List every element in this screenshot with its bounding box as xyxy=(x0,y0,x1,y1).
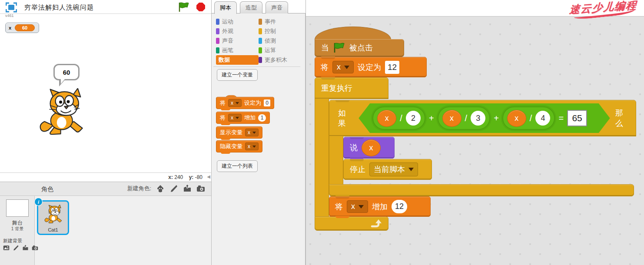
division-block-1[interactable]: x / 2 xyxy=(372,106,425,130)
sprite-tile-cat1[interactable]: i Cat1 xyxy=(37,200,69,235)
stage-resize-handle[interactable]: ◀ xyxy=(207,174,210,179)
when-flag-clicked-block[interactable]: 当 被点击 xyxy=(315,39,404,57)
upload-backdrop-icon[interactable] xyxy=(22,245,29,251)
tab-costumes[interactable]: 造型 xyxy=(240,1,262,13)
palette-set-variable-block[interactable]: 将 x 设定为 0 xyxy=(216,97,274,109)
variable-reporter-x[interactable]: x xyxy=(377,110,396,127)
stage-thumbnail[interactable] xyxy=(6,199,29,217)
dropdown-value: x xyxy=(231,100,233,106)
variable-reporter-x[interactable]: x xyxy=(507,110,526,127)
make-variable-button[interactable]: 建立一个变量 xyxy=(217,69,258,81)
mouse-coords-bar: x: 240 y: -80 ◀ xyxy=(0,173,212,182)
operators-swatch xyxy=(259,47,262,53)
sprite-library-icon[interactable] xyxy=(156,184,165,193)
new-sprite-label: 新建角色: xyxy=(127,185,151,192)
variable-dropdown[interactable]: x xyxy=(228,99,242,107)
category-events[interactable]: 事件 xyxy=(259,17,301,26)
division-block-2[interactable]: x / 3 xyxy=(438,106,491,130)
variable-dropdown[interactable]: x xyxy=(245,129,259,136)
chevron-down-icon xyxy=(359,205,364,209)
new-sprite-toolbar: 新建角色: xyxy=(127,184,205,193)
dropdown-value: x xyxy=(231,115,233,121)
block-text: 那么 xyxy=(615,108,631,129)
tab-scripts[interactable]: 脚本 xyxy=(214,1,237,14)
say-block[interactable]: 说 x xyxy=(343,137,395,159)
presentation-mode-icon[interactable] xyxy=(6,2,17,13)
divisor-input[interactable]: 4 xyxy=(535,111,550,126)
green-flag-icon xyxy=(333,43,345,53)
category-sound[interactable]: 声音 xyxy=(216,36,259,46)
variable-reporter-x[interactable]: x xyxy=(362,139,381,156)
category-looks[interactable]: 外观 xyxy=(216,26,259,36)
category-label: 运动 xyxy=(222,18,233,26)
variable-dropdown[interactable]: x xyxy=(347,200,368,213)
mouse-x-label: x: xyxy=(168,174,173,180)
divide-operator: / xyxy=(530,113,532,123)
if-block-arm[interactable] xyxy=(329,136,343,184)
paint-new-sprite-icon[interactable] xyxy=(169,184,178,193)
block-text: 隐藏变量 xyxy=(220,142,242,150)
upload-sprite-icon[interactable] xyxy=(183,184,192,193)
forever-loop-arm[interactable] xyxy=(315,99,329,216)
category-label: 画笔 xyxy=(222,46,233,54)
paint-backdrop-icon[interactable] xyxy=(13,245,19,251)
motion-swatch xyxy=(216,19,219,25)
dropdown-value: x xyxy=(248,143,250,149)
forever-loop-block[interactable]: 重复执行 xyxy=(315,77,388,99)
change-variable-block[interactable]: 将 x 增加 12 xyxy=(329,196,431,217)
block-text: 设定为 xyxy=(358,62,381,73)
category-motion[interactable]: 运动 xyxy=(216,17,259,26)
if-block-foot[interactable] xyxy=(329,184,634,196)
palette-show-variable-block[interactable]: 显示变量 x xyxy=(216,126,262,139)
palette-hide-variable-block[interactable]: 隐藏变量 x xyxy=(216,140,262,152)
version-label: v461 xyxy=(5,13,14,18)
category-control[interactable]: 控制 xyxy=(259,26,301,36)
dropdown-value: 当前脚本 xyxy=(374,164,405,175)
value-input[interactable]: 12 xyxy=(392,200,407,213)
sprite-info-badge[interactable]: i xyxy=(35,198,42,205)
sprite-panel: 角色 新建角色: xyxy=(0,182,212,265)
mouse-y-label: y: xyxy=(189,174,194,180)
category-sensing[interactable]: 侦测 xyxy=(259,36,301,46)
block-text: 增加 xyxy=(372,202,388,212)
camera-backdrop-icon[interactable] xyxy=(32,245,38,251)
stop-button[interactable] xyxy=(196,3,205,11)
variable-dropdown[interactable]: x xyxy=(245,142,259,150)
variable-watcher[interactable]: x 60 xyxy=(5,23,39,33)
category-pen[interactable]: 画笔 xyxy=(216,46,259,55)
make-list-button[interactable]: 建立一个列表 xyxy=(217,160,258,172)
backdrop-library-icon[interactable] xyxy=(3,245,10,251)
control-swatch xyxy=(259,28,262,34)
forever-loop-foot[interactable] xyxy=(315,216,388,231)
variable-dropdown[interactable]: x xyxy=(332,61,354,73)
camera-sprite-icon[interactable] xyxy=(196,184,205,193)
tab-sounds[interactable]: 声音 xyxy=(266,1,288,13)
cat-sprite[interactable] xyxy=(37,88,89,136)
stage-panel: 穷举法解妇人洗碗问题 v461 x 60 60 xyxy=(0,0,212,173)
category-more-blocks[interactable]: 更多积木 xyxy=(259,55,301,65)
stop-block[interactable]: 停止 当前脚本 xyxy=(343,159,432,180)
if-block[interactable]: 如果 x / 2 + x / 3 + x / 4 xyxy=(329,100,636,136)
palette-change-variable-block[interactable]: 将 x 增加 1 xyxy=(216,112,270,124)
value-input[interactable]: 0 xyxy=(264,99,270,106)
variable-dropdown[interactable]: x xyxy=(228,114,242,122)
stop-option-dropdown[interactable]: 当前脚本 xyxy=(369,162,418,176)
equals-rhs-input[interactable]: 65 xyxy=(567,110,587,126)
divisor-input[interactable]: 2 xyxy=(406,111,421,126)
divisor-input[interactable]: 3 xyxy=(471,111,485,126)
division-block-3[interactable]: x / 4 xyxy=(502,106,555,130)
watcher-value: 60 xyxy=(15,24,35,31)
variable-reporter-x[interactable]: x xyxy=(442,110,461,127)
category-label: 更多积木 xyxy=(265,56,287,64)
value-input[interactable]: 12 xyxy=(385,61,399,74)
block-text: 被点击 xyxy=(349,43,373,53)
value-input[interactable]: 1 xyxy=(258,114,266,122)
chevron-down-icon xyxy=(344,66,349,69)
green-flag-button[interactable] xyxy=(178,2,189,12)
category-data-selected[interactable]: 数据 xyxy=(216,55,259,65)
scripts-panel: 速云少儿编程 当 被点击 将 x 设定为 12 重复执行 xyxy=(305,0,644,265)
category-operators[interactable]: 运算 xyxy=(259,46,301,55)
brand-logo: 速云少儿编程 xyxy=(569,0,637,20)
set-variable-block[interactable]: 将 x 设定为 12 xyxy=(315,57,427,77)
equals-condition-block[interactable]: x / 2 + x / 3 + x / 4 = 65 xyxy=(359,103,610,133)
